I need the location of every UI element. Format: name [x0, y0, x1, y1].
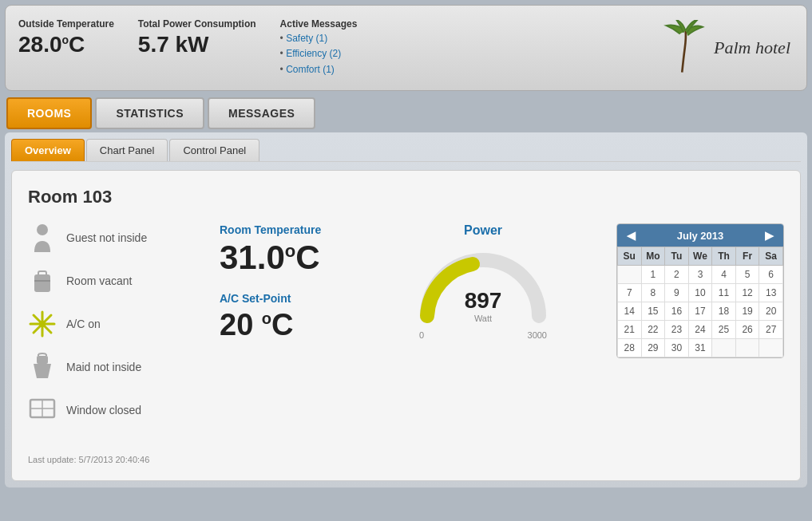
calendar-day-cell[interactable]: 4: [712, 266, 736, 284]
gauge-container: 897 Watt 0 3000: [411, 244, 555, 324]
calendar-day-cell: [712, 339, 736, 357]
message-efficiency: Efficiency (2): [280, 46, 358, 61]
calendar-week-row: 21222324252627: [618, 321, 783, 339]
cal-day-tu: Tu: [665, 247, 689, 266]
calendar-day-cell[interactable]: 29: [641, 339, 665, 357]
status-window: Window closed: [28, 396, 204, 424]
room-title: Room 103: [28, 187, 784, 207]
window-status-text: Window closed: [66, 404, 141, 416]
calendar-day-cell[interactable]: 19: [735, 302, 759, 321]
cal-day-sa: Sa: [759, 247, 783, 266]
calendar-day-cell[interactable]: 1: [641, 266, 665, 284]
calendar-day-cell[interactable]: 3: [688, 266, 712, 284]
power-col: Power 897 Watt 0 3000: [395, 223, 571, 439]
outside-temp-block: Outside Temperature 28.0oC: [18, 18, 114, 57]
status-guest: Guest not inside: [28, 223, 204, 252]
calendar-week-row: 14151617181920: [618, 302, 783, 321]
message-comfort: Comfort (1): [280, 62, 358, 77]
svg-rect-9: [37, 356, 48, 364]
calendar: ◀ July 2013 ▶ Su Mo Tu We Th F: [616, 223, 784, 358]
calendar-day-cell[interactable]: 30: [665, 339, 689, 357]
calendar-day-cell: [735, 339, 759, 357]
person-icon: [28, 223, 57, 252]
calendar-day-cell[interactable]: 15: [641, 302, 665, 321]
calendar-day-cell[interactable]: 5: [735, 266, 759, 284]
messages-block: Active Messages Safety (1) Efficiency (2…: [280, 18, 358, 77]
content-panel: Room 103 Guest not inside: [11, 170, 801, 481]
nav-messages[interactable]: MESSAGES: [208, 97, 315, 129]
calendar-day-cell[interactable]: 20: [759, 302, 783, 321]
calendar-week-row: 78910111213: [618, 284, 783, 302]
calendar-day-cell: [759, 339, 783, 357]
calendar-prev-button[interactable]: ◀: [624, 229, 639, 242]
room-temp-value: 31.0oC: [220, 239, 379, 276]
setpoint-label: A/C Set-Point: [220, 292, 379, 305]
nav-statistics[interactable]: STATISTICS: [95, 97, 204, 129]
nav-rooms[interactable]: ROOMS: [6, 97, 92, 129]
palm-tree-icon: [660, 20, 707, 76]
svg-rect-2: [38, 271, 46, 276]
status-room: Room vacant: [28, 266, 204, 295]
hotel-name: Palm hotel: [714, 37, 790, 58]
calendar-title: July 2013: [677, 230, 724, 242]
message-safety: Safety (1): [280, 31, 358, 46]
calendar-day-cell[interactable]: 12: [735, 284, 759, 302]
calendar-day-cell[interactable]: 11: [712, 284, 736, 302]
messages-label: Active Messages: [280, 18, 358, 30]
calendar-day-cell[interactable]: 27: [759, 321, 783, 339]
calendar-header: ◀ July 2013 ▶: [617, 224, 783, 247]
calendar-day-cell[interactable]: 2: [665, 266, 689, 284]
calendar-day-cell[interactable]: 31: [688, 339, 712, 357]
calendar-day-cell[interactable]: 23: [665, 321, 689, 339]
calendar-day-cell[interactable]: 8: [641, 284, 665, 302]
power-value-display: 897: [465, 288, 502, 314]
calendar-day-cell[interactable]: 25: [712, 321, 736, 339]
calendar-next-button[interactable]: ▶: [762, 229, 777, 242]
calendar-day-cell[interactable]: 24: [688, 321, 712, 339]
tab-chart-panel[interactable]: Chart Panel: [86, 139, 168, 161]
calendar-day-cell[interactable]: 7: [618, 284, 642, 302]
tab-control-panel[interactable]: Control Panel: [169, 139, 259, 161]
room-temp-label: Room Temperature: [220, 223, 379, 236]
outside-temp-value: 28.0oC: [18, 31, 114, 58]
room-body: Guest not inside Room vacant: [28, 223, 784, 439]
calendar-day-cell[interactable]: 16: [665, 302, 689, 321]
calendar-col: ◀ July 2013 ▶ Su Mo Tu We Th F: [587, 223, 784, 439]
maid-status-text: Maid not inside: [66, 361, 141, 373]
cal-day-th: Th: [712, 247, 736, 266]
cal-day-we: We: [688, 247, 712, 266]
guest-status-text: Guest not inside: [66, 231, 147, 244]
power-value: 5.7 kW: [138, 31, 256, 58]
room-status-text: Room vacant: [66, 274, 132, 287]
calendar-weekdays-row: Su Mo Tu We Th Fr Sa: [618, 247, 783, 266]
main-area: Overview Chart Panel Control Panel Room …: [5, 132, 807, 487]
calendar-day-cell[interactable]: 10: [688, 284, 712, 302]
calendar-day-cell[interactable]: 18: [712, 302, 736, 321]
status-maid: Maid not inside: [28, 353, 204, 381]
power-label: Total Power Consumption: [138, 18, 256, 31]
calendar-day-cell[interactable]: 14: [618, 302, 642, 321]
calendar-day-cell[interactable]: 17: [688, 302, 712, 321]
calendar-day-cell[interactable]: 6: [759, 266, 783, 284]
maid-icon: [28, 353, 57, 381]
nav-bar: ROOMS STATISTICS MESSAGES: [6, 97, 806, 129]
svg-point-8: [39, 321, 46, 327]
calendar-grid: Su Mo Tu We Th Fr Sa 1234567891011121314…: [617, 247, 783, 357]
calendar-week-row: 28293031: [618, 339, 783, 357]
power-unit: Watt: [465, 314, 502, 323]
calendar-day-cell[interactable]: 28: [618, 339, 642, 357]
bag-icon: [28, 266, 57, 295]
outside-temp-label: Outside Temperature: [18, 18, 114, 31]
setpoint-value: 20 oC: [220, 308, 379, 342]
calendar-day-cell[interactable]: 22: [641, 321, 665, 339]
gauge-max: 3000: [528, 330, 547, 340]
window-icon: [28, 396, 57, 424]
power-col-label: Power: [464, 223, 502, 238]
header-stats: Outside Temperature 28.0oC Total Power C…: [18, 18, 357, 77]
tab-overview[interactable]: Overview: [11, 139, 85, 161]
calendar-day-cell[interactable]: 13: [759, 284, 783, 302]
calendar-day-cell: [618, 266, 642, 284]
calendar-day-cell[interactable]: 9: [665, 284, 689, 302]
calendar-day-cell[interactable]: 26: [735, 321, 759, 339]
calendar-day-cell[interactable]: 21: [618, 321, 642, 339]
